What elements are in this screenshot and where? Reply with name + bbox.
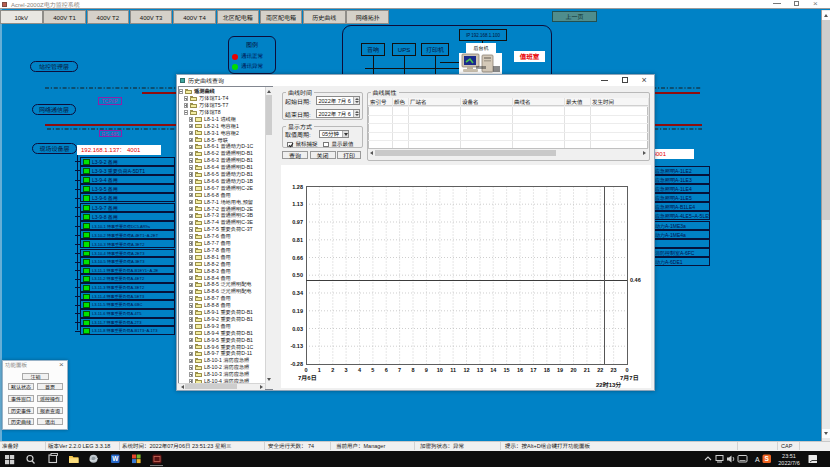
svg-text:A: A — [755, 456, 760, 463]
svg-text:W: W — [112, 455, 119, 462]
svg-text:S: S — [765, 455, 770, 462]
